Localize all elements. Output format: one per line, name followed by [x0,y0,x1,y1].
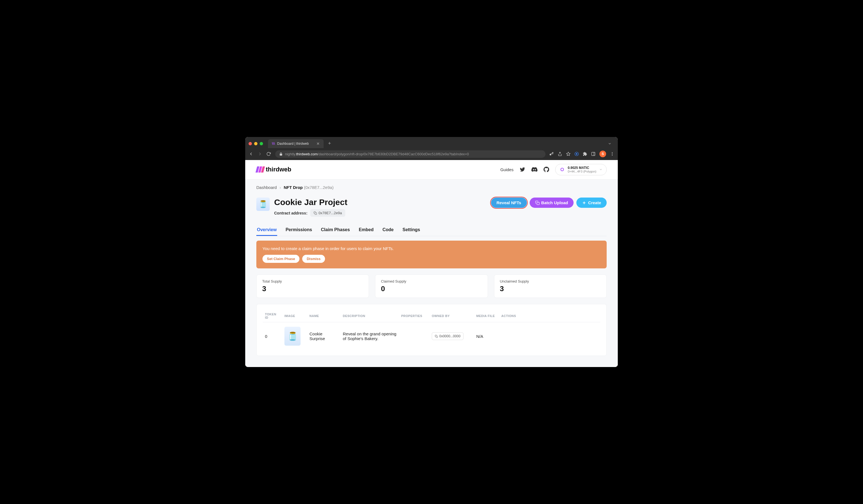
tab-close-icon[interactable]: ✕ [316,141,320,146]
header-links: Guides 0.9025 MATIC 0×44...4F3 (Po [500,164,606,176]
breadcrumb-root[interactable]: Dashboard [257,185,277,190]
cell-name: Cookie Surprise [307,322,341,350]
tab-settings[interactable]: Settings [402,224,421,236]
reload-icon[interactable] [266,152,272,156]
breadcrumb-separator-icon: › [279,185,281,190]
back-icon[interactable] [249,152,254,156]
th-description: DESCRIPTION [341,310,399,322]
stat-label: Total Supply [262,279,363,283]
batch-upload-button[interactable]: Batch Upload [530,197,574,208]
svg-rect-14 [436,336,438,338]
tabs-row: Overview Permissions Claim Phases Embed … [257,224,606,236]
copy-icon [435,335,438,338]
forward-icon[interactable] [258,152,263,156]
wallet-selector[interactable]: 0.9025 MATIC 0×44...4F3 (Polygon) [555,164,606,176]
svg-point-9 [612,155,613,156]
alert-message: You need to create a claim phase in orde… [262,246,601,251]
tab-code[interactable]: Code [382,224,394,236]
reveal-nfts-button[interactable]: Reveal NFTs [491,197,527,208]
th-owned-by: OWNED BY [429,310,474,322]
window-maximize-button[interactable] [260,142,263,145]
svg-rect-5 [592,152,595,156]
owned-by-value: 0x0000...0000 [439,334,460,338]
app-content: thirdweb Guides 0.9025 M [245,160,618,367]
breadcrumb-current: NFT Drop (0x78E7...2e9a) [284,185,333,190]
nft-image-icon: 🫙 [285,327,301,346]
nft-table-card: TOKEN ID IMAGE NAME DESCRIPTION PROPERTI… [257,304,606,356]
window-close-button[interactable] [249,142,252,145]
menu-icon[interactable] [610,152,614,156]
brand-logo[interactable]: thirdweb [257,166,291,173]
cell-actions [499,322,600,350]
alert-actions: Set Claim Phase Dismiss [262,255,601,263]
tab-expand-icon[interactable] [605,141,614,147]
logo-mark-icon [257,166,264,172]
project-meta: Cookie Jar Project Contract address: 0x7… [274,197,347,217]
wallet-balance: 0.9025 MATIC [568,166,596,170]
copy-icon [535,201,540,205]
th-actions: ACTIONS [499,310,600,322]
contract-address-chip[interactable]: 0x78E7...2e9a [310,209,345,217]
copy-icon [314,211,317,215]
share-icon[interactable] [558,152,562,156]
star-icon[interactable] [566,152,571,156]
page-body: Dashboard › NFT Drop (0x78E7...2e9a) 🫙 C… [245,180,618,367]
window-minimize-button[interactable] [254,142,258,145]
stat-label: Claimed Supply [381,279,482,283]
tab-favicon-icon: \\\ [272,141,275,145]
app-header: thirdweb Guides 0.9025 M [245,160,618,180]
address-bar-row: nightly.thirdweb.com/dashboard/polygon/n… [245,148,618,160]
chevron-down-icon [599,168,602,171]
profile-avatar[interactable]: S [599,151,606,157]
traffic-lights [249,142,263,145]
stat-label: Unclaimed Supply [500,279,601,283]
tab-claim-phases[interactable]: Claim Phases [320,224,350,236]
guides-link[interactable]: Guides [500,167,513,172]
twitter-icon[interactable] [520,167,525,172]
browser-chrome: \\\ Dashboard | thirdweb ✕ + [245,137,618,160]
breadcrumb-hash: (0x78E7...2e9a) [304,185,334,190]
extensions-icon[interactable] [583,152,587,156]
svg-point-4 [576,153,577,155]
tab-bar: \\\ Dashboard | thirdweb ✕ + [245,137,618,148]
page-head: 🫙 Cookie Jar Project Contract address: 0… [257,197,606,217]
record-icon[interactable] [574,152,579,156]
table-row: 0 🫙 Cookie Surprise Reveal on the grand … [263,322,600,350]
set-claim-phase-button[interactable]: Set Claim Phase [262,255,299,263]
svg-point-8 [612,154,613,154]
tab-permissions[interactable]: Permissions [285,224,313,236]
table-header-row: TOKEN ID IMAGE NAME DESCRIPTION PROPERTI… [263,310,600,322]
svg-point-0 [550,154,551,155]
svg-point-7 [612,152,613,153]
chain-icon [559,167,565,172]
tab-overview[interactable]: Overview [257,224,277,236]
new-tab-button[interactable]: + [326,140,333,147]
alert-banner: You need to create a claim phase in orde… [257,241,606,268]
cell-description: Reveal on the grand opening of Sophie's … [341,322,399,350]
stat-value: 3 [262,285,363,293]
tab-embed[interactable]: Embed [358,224,374,236]
key-icon[interactable] [549,152,554,156]
svg-rect-10 [315,212,317,215]
owned-by-chip[interactable]: 0x0000...0000 [432,332,463,340]
svg-marker-2 [566,152,570,156]
page-title: Cookie Jar Project [274,197,347,207]
dismiss-button[interactable]: Dismiss [302,255,325,263]
contract-address-label: Contract address: [274,211,308,215]
stat-claimed-supply: Claimed Supply 0 [375,274,488,298]
browser-tab[interactable]: \\\ Dashboard | thirdweb ✕ [268,139,324,148]
panel-icon[interactable] [591,152,596,156]
cell-owned-by: 0x0000...0000 [429,322,474,350]
create-button[interactable]: Create [576,197,606,208]
discord-icon[interactable] [531,166,537,172]
tab-title: Dashboard | thirdweb [277,142,309,145]
head-actions: Reveal NFTs Batch Upload Create [491,197,606,208]
cell-properties [399,322,429,350]
address-bar[interactable]: nightly.thirdweb.com/dashboard/polygon/n… [275,150,546,158]
toolbar-icons: S [549,151,614,157]
github-icon[interactable] [543,167,549,172]
th-name: NAME [307,310,341,322]
stat-total-supply: Total Supply 3 [257,274,369,298]
th-image: IMAGE [282,310,307,322]
lock-icon [279,152,283,156]
